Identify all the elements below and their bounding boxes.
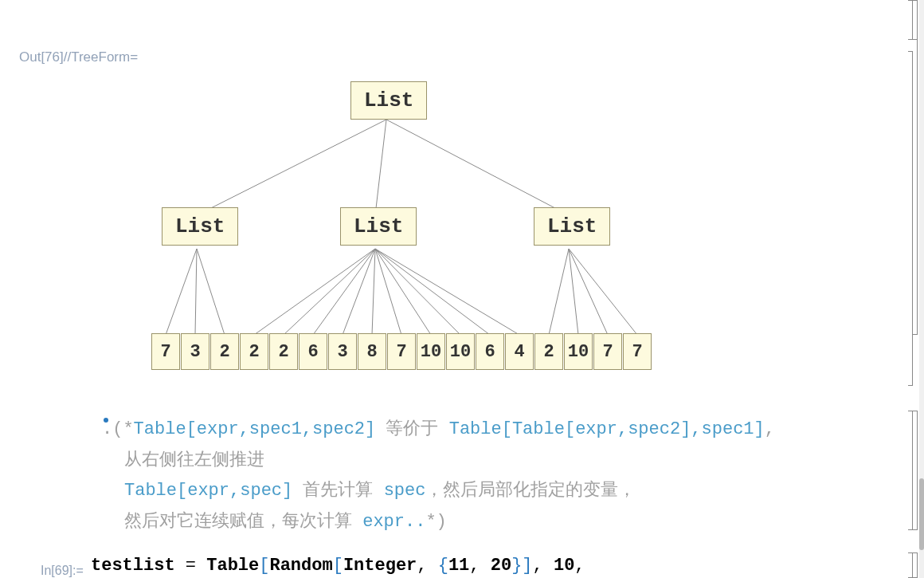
tree-node-leaf: 4 bbox=[505, 333, 534, 370]
comment-delim: *) bbox=[425, 512, 446, 532]
bracket: ] bbox=[680, 419, 691, 439]
symbol: expr bbox=[187, 481, 229, 501]
tree-form-output: List List List List 7 3 2 2 2 6 3 8 7 10… bbox=[0, 72, 876, 391]
symbol: expr bbox=[575, 419, 617, 439]
comma: , bbox=[691, 419, 701, 439]
operator: = bbox=[175, 556, 207, 576]
svg-line-12 bbox=[375, 249, 431, 335]
svg-line-19 bbox=[569, 249, 637, 335]
bracket: ] bbox=[754, 419, 765, 439]
cell-bracket[interactable] bbox=[913, 552, 918, 578]
text: 然后对它连续赋值，每次计算 bbox=[124, 512, 362, 532]
brace: { bbox=[438, 556, 448, 576]
comma: , bbox=[533, 556, 554, 576]
svg-line-7 bbox=[284, 249, 375, 335]
svg-line-3 bbox=[166, 249, 197, 335]
cell-bracket[interactable] bbox=[908, 51, 913, 386]
svg-line-18 bbox=[569, 249, 608, 335]
symbol: spec1 bbox=[702, 419, 754, 439]
svg-line-0 bbox=[197, 120, 386, 215]
comma: , bbox=[417, 556, 437, 576]
tree-node-leaf: 2 bbox=[269, 333, 298, 370]
svg-line-6 bbox=[254, 249, 375, 335]
tree-node-leaf: 6 bbox=[476, 333, 504, 370]
symbol: spec bbox=[240, 481, 282, 501]
tree-node-leaf: 7 bbox=[623, 333, 652, 370]
svg-line-14 bbox=[375, 249, 490, 335]
comma: , bbox=[302, 419, 312, 439]
bracket: [ bbox=[177, 481, 187, 501]
comma: , bbox=[469, 556, 490, 576]
symbol: spec2 bbox=[628, 419, 680, 439]
comma: , bbox=[617, 419, 628, 439]
number: 11 bbox=[448, 556, 469, 576]
symbol: expr.. bbox=[362, 512, 425, 532]
comment-line: Table[expr,spec] 首先计算 spec，然后局部化指定的变量， bbox=[124, 476, 775, 507]
symbol: testlist bbox=[91, 556, 175, 576]
svg-line-9 bbox=[343, 249, 375, 335]
svg-line-2 bbox=[386, 120, 569, 215]
bracket: [ bbox=[186, 419, 197, 439]
bracket: ] bbox=[282, 481, 292, 501]
bracket: [ bbox=[259, 556, 269, 576]
symbol: Table bbox=[512, 419, 565, 439]
tree-node-leaf: 7 bbox=[593, 333, 622, 370]
comma: , bbox=[229, 481, 240, 501]
tree-node-leaf: 3 bbox=[328, 333, 357, 370]
symbol: Table bbox=[206, 556, 259, 576]
comment-line: 然后对它连续赋值，每次计算 expr..*) bbox=[124, 507, 775, 538]
comment-delim: .(* bbox=[102, 419, 134, 439]
brace: } bbox=[511, 556, 522, 576]
tree-node-leaf: 3 bbox=[181, 333, 209, 370]
bracket: [ bbox=[333, 556, 343, 576]
symbol: Integer bbox=[343, 556, 417, 576]
number: 10 bbox=[554, 556, 574, 576]
symbol: spec1 bbox=[249, 419, 302, 439]
comma: , bbox=[765, 419, 775, 439]
comment-text: .(*Table[expr,spec1,spec2] 等价于 Table[Tab… bbox=[102, 415, 775, 537]
symbol: Random bbox=[269, 556, 332, 576]
cell-bracket[interactable] bbox=[908, 552, 913, 578]
comment-line: .(*Table[expr,spec1,spec2] 等价于 Table[Tab… bbox=[102, 415, 775, 446]
svg-line-5 bbox=[197, 249, 225, 335]
bracket: ] bbox=[365, 419, 375, 439]
scrollbar-thumb[interactable] bbox=[919, 478, 924, 550]
tree-node-leaf: 7 bbox=[151, 333, 180, 370]
tree-node-leaf: 2 bbox=[534, 333, 563, 370]
tree-node-leaf: 8 bbox=[358, 333, 386, 370]
symbol: Table bbox=[134, 419, 186, 439]
tree-node-leaf: 6 bbox=[299, 333, 327, 370]
tree-node-mid: List bbox=[534, 207, 610, 246]
tree-node-leaf: 10 bbox=[446, 333, 475, 370]
tree-node-leaf: 10 bbox=[417, 333, 445, 370]
text: 等价于 bbox=[375, 419, 448, 439]
number: 20 bbox=[491, 556, 511, 576]
symbol: spec bbox=[384, 481, 426, 501]
svg-line-16 bbox=[549, 249, 569, 335]
tree-node-root: List bbox=[350, 81, 427, 120]
bracket: [ bbox=[565, 419, 575, 439]
svg-line-17 bbox=[569, 249, 578, 335]
input-code[interactable]: testlist = Table[Random[Integer, {11, 20… bbox=[91, 556, 585, 576]
cell-bracket[interactable] bbox=[913, 411, 918, 530]
tree-node-mid: List bbox=[162, 207, 238, 246]
symbol: expr bbox=[197, 419, 239, 439]
svg-line-1 bbox=[375, 120, 386, 215]
tree-node-leaf: 10 bbox=[564, 333, 593, 370]
cell-bracket[interactable] bbox=[908, 411, 913, 530]
bracket: ] bbox=[522, 556, 532, 576]
svg-line-8 bbox=[313, 249, 375, 335]
svg-line-4 bbox=[195, 249, 197, 335]
text: ，然后局部化指定的变量， bbox=[425, 481, 636, 501]
tree-node-mid: List bbox=[340, 207, 417, 246]
cell-bracket[interactable] bbox=[913, 0, 918, 335]
comma: , bbox=[239, 419, 249, 439]
comma: , bbox=[574, 556, 585, 576]
text: 首先计算 bbox=[292, 481, 383, 501]
comment-line: 从右侧往左侧推进 bbox=[124, 446, 775, 477]
symbol: Table bbox=[124, 481, 177, 501]
svg-line-10 bbox=[372, 249, 375, 335]
tree-node-leaf: 7 bbox=[387, 333, 416, 370]
tree-node-leaf: 2 bbox=[210, 333, 239, 370]
symbol: Table bbox=[449, 419, 502, 439]
